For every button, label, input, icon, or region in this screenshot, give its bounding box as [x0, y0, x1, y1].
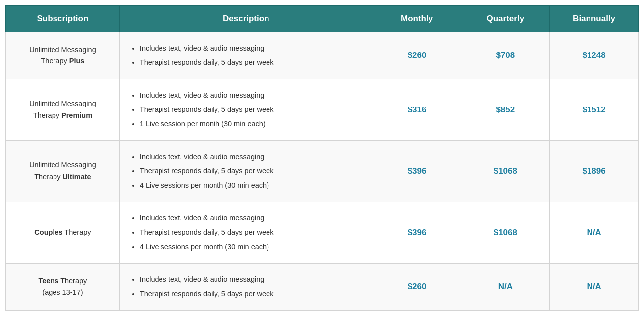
subscription-bold: Couples — [34, 228, 62, 236]
description-item: Includes text, video & audio messaging — [140, 150, 363, 164]
quarterly-price: $852 — [461, 79, 550, 141]
monthly-price: $316 — [373, 79, 461, 141]
description-cell: Includes text, video & audio messagingTh… — [119, 202, 373, 264]
description-item: Includes text, video & audio messaging — [140, 41, 363, 55]
header-quarterly: Quarterly — [461, 6, 550, 32]
monthly-price: $260 — [373, 32, 461, 79]
biannually-price: N/A — [550, 264, 639, 311]
subscription-cell: Unlimited Messaging Therapy Ultimate — [6, 141, 120, 202]
subscription-suffix: Therapy — [63, 228, 91, 236]
quarterly-price: $708 — [461, 32, 550, 79]
description-item: Therapist responds daily, 5 days per wee… — [140, 55, 363, 70]
description-item: Includes text, video & audio messaging — [140, 88, 363, 103]
table-row: Unlimited Messaging Therapy UltimateIncl… — [6, 141, 639, 202]
description-item: Therapist responds daily, 5 days per wee… — [140, 287, 363, 301]
header-biannually: Biannually — [550, 6, 639, 32]
subscription-cell: Unlimited Messaging Therapy Premium — [6, 79, 120, 141]
description-cell: Includes text, video & audio messagingTh… — [119, 264, 373, 311]
quarterly-price: N/A — [461, 264, 550, 311]
monthly-price: $396 — [373, 202, 461, 264]
biannually-price: $1248 — [550, 32, 639, 79]
quarterly-price: $1068 — [461, 202, 550, 264]
subscription-cell: Teens Therapy(ages 13-17) — [6, 264, 120, 311]
table-row: Unlimited Messaging Therapy PlusIncludes… — [6, 32, 639, 79]
subscription-suffix: Therapy — [58, 277, 87, 285]
description-item: Includes text, video & audio messaging — [140, 211, 363, 225]
header-subscription: Subscription — [6, 6, 120, 32]
header-description: Description — [119, 6, 373, 32]
description-cell: Includes text, video & audio messagingTh… — [119, 141, 373, 202]
biannually-price: $1512 — [550, 79, 639, 141]
pricing-table: Subscription Description Monthly Quarter… — [5, 5, 639, 311]
quarterly-price: $1068 — [461, 141, 550, 202]
biannually-price: $1896 — [550, 141, 639, 202]
description-item: 1 Live session per month (30 min each) — [140, 117, 363, 131]
subscription-bold: Ultimate — [62, 173, 91, 181]
subscription-suffix: (ages 13-17) — [42, 288, 83, 296]
table-row: Unlimited Messaging Therapy PremiumInclu… — [6, 79, 639, 141]
subscription-bold: Teens — [39, 277, 59, 285]
subscription-cell: Couples Therapy — [6, 202, 120, 264]
description-cell: Includes text, video & audio messagingTh… — [119, 79, 373, 141]
biannually-price: N/A — [550, 202, 639, 264]
description-item: Includes text, video & audio messaging — [140, 272, 363, 287]
description-item: Therapist responds daily, 5 days per wee… — [140, 164, 363, 178]
subscription-bold: Plus — [69, 57, 85, 65]
monthly-price: $260 — [373, 264, 461, 311]
subscription-bold: Premium — [61, 111, 92, 119]
table-row: Couples TherapyIncludes text, video & au… — [6, 202, 639, 264]
description-item: 4 Live sessions per month (30 min each) — [140, 178, 363, 193]
table-row: Teens Therapy(ages 13-17)Includes text, … — [6, 264, 639, 311]
description-cell: Includes text, video & audio messagingTh… — [119, 32, 373, 79]
subscription-cell: Unlimited Messaging Therapy Plus — [6, 32, 120, 79]
description-item: 4 Live sessions per month (30 min each) — [140, 240, 363, 254]
monthly-price: $396 — [373, 141, 461, 202]
header-monthly: Monthly — [373, 6, 461, 32]
description-item: Therapist responds daily, 5 days per wee… — [140, 225, 363, 240]
description-item: Therapist responds daily, 5 days per wee… — [140, 103, 363, 117]
